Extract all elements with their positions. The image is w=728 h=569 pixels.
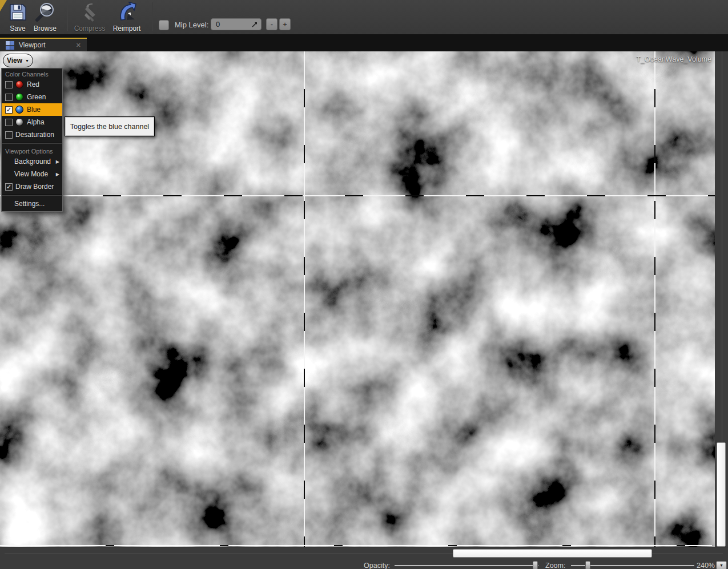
menu-item-settings[interactable]: Settings... <box>2 197 62 210</box>
menu-item-blue-channel[interactable]: ✓ Blue <box>2 103 62 116</box>
draw-border-checkbox[interactable]: ✓ <box>5 183 13 191</box>
vertical-scrollbar-thumb[interactable] <box>717 442 726 547</box>
opacity-slider-track[interactable] <box>395 565 538 566</box>
zoom-dropdown-button[interactable]: ▼ <box>716 561 727 569</box>
browse-button-label: Browse <box>34 25 57 33</box>
save-floppy-icon <box>8 2 27 24</box>
draw-border-label: Draw Border <box>15 183 54 191</box>
menu-item-alpha-channel[interactable]: Alpha <box>2 116 62 128</box>
background-label: Background <box>14 158 51 166</box>
plus-label: + <box>283 20 287 29</box>
red-channel-checkbox[interactable] <box>5 81 13 88</box>
texture-tile-border-horizontal <box>0 195 715 196</box>
texture-tile-border-vertical <box>654 51 655 547</box>
mip-level-value: 0 <box>216 20 220 29</box>
spinbox-drag-icon <box>251 21 258 30</box>
mip-level-increment-button[interactable]: + <box>279 18 291 30</box>
blue-channel-sphere-icon <box>15 106 23 114</box>
settings-label: Settings... <box>14 200 45 208</box>
mip-level-spinbox[interactable]: 0 <box>211 18 262 30</box>
reimport-button[interactable]: Reimport <box>110 2 144 33</box>
horizontal-scrollbar-thumb[interactable] <box>453 549 652 558</box>
texture-tile-border-horizontal <box>0 545 712 546</box>
blue-channel-label: Blue <box>27 106 41 114</box>
menu-item-background[interactable]: Background ▶ <box>2 155 62 168</box>
menu-item-desaturation[interactable]: Desaturation <box>2 128 62 141</box>
submenu-arrow-icon: ▶ <box>56 159 59 164</box>
menu-separator <box>2 143 62 144</box>
toolbar-separator <box>152 2 152 31</box>
texture-tile-border-vertical <box>304 51 305 547</box>
tab-viewport[interactable]: Viewport ✕ <box>0 38 87 51</box>
view-button-label: View <box>7 57 22 64</box>
menu-item-red-channel[interactable]: Red <box>2 78 62 91</box>
opacity-label: Opacity: <box>364 562 390 569</box>
compress-button-label: Compress <box>74 25 106 33</box>
submenu-arrow-icon: ▶ <box>56 172 59 177</box>
mip-level-label: Mip Level: <box>175 21 208 29</box>
tooltip: Toggles the blue channel <box>65 116 155 136</box>
menu-separator <box>2 195 62 196</box>
save-button[interactable]: Save <box>6 2 30 33</box>
zoom-slider-handle[interactable] <box>585 561 590 569</box>
desaturation-checkbox[interactable] <box>5 131 13 139</box>
tab-viewport-label: Viewport <box>19 41 45 49</box>
viewport-grid-icon <box>6 41 14 50</box>
menu-item-draw-border[interactable]: ✓ Draw Border <box>2 180 62 193</box>
mip-level-decrement-button[interactable]: - <box>266 18 277 30</box>
toolbar-separator <box>67 2 67 31</box>
opacity-slider-handle[interactable] <box>533 561 538 569</box>
chevron-down-icon: ▼ <box>719 563 723 567</box>
mip-level-checkbox[interactable] <box>159 20 169 30</box>
compress-clamp-icon <box>80 2 99 24</box>
color-channels-header: Color Channels <box>2 68 62 78</box>
minus-label: - <box>271 20 273 29</box>
compress-button[interactable]: Compress <box>73 2 106 33</box>
view-menu-button[interactable]: View ▼ <box>3 54 33 67</box>
view-mode-label: View Mode <box>14 170 48 178</box>
window-focus-accent <box>0 0 7 11</box>
zoom-value: 240% <box>697 562 715 569</box>
green-channel-label: Green <box>27 93 46 101</box>
browse-button[interactable]: Browse <box>32 2 58 33</box>
menu-item-view-mode[interactable]: View Mode ▶ <box>2 168 62 180</box>
vertical-scrollbar[interactable] <box>715 51 728 547</box>
green-channel-sphere-icon <box>15 93 23 101</box>
toolbar: Save Browse Compress <box>0 0 728 35</box>
bottom-bar: Opacity: Zoom: 240% ▼ <box>0 547 728 569</box>
browse-magnifier-icon <box>35 2 55 24</box>
reimport-button-label: Reimport <box>113 25 141 33</box>
chevron-down-icon: ▼ <box>25 59 29 63</box>
zoom-label: Zoom: <box>545 562 565 569</box>
alpha-channel-checkbox[interactable] <box>5 119 13 126</box>
red-channel-sphere-icon <box>15 80 23 88</box>
desaturation-label: Desaturation <box>15 131 54 139</box>
tab-close-icon[interactable]: ✕ <box>76 42 81 49</box>
reimport-arrow-icon <box>116 2 137 24</box>
green-channel-checkbox[interactable] <box>5 94 13 101</box>
alpha-channel-label: Alpha <box>27 118 45 126</box>
save-button-label: Save <box>10 25 25 33</box>
tooltip-text: Toggles the blue channel <box>70 123 149 131</box>
tab-strip: Viewport ✕ <box>0 34 728 51</box>
viewport-options-header: Viewport Options <box>2 146 62 155</box>
texture-name-label: T_OceanWave_Volume <box>636 55 711 63</box>
alpha-channel-sphere-icon <box>15 118 23 126</box>
menu-item-green-channel[interactable]: Green <box>2 91 62 103</box>
blue-channel-checkbox[interactable]: ✓ <box>5 106 13 114</box>
view-dropdown-menu: Color Channels Red Green ✓ Blue Alpha De… <box>1 68 63 212</box>
red-channel-label: Red <box>27 80 39 88</box>
